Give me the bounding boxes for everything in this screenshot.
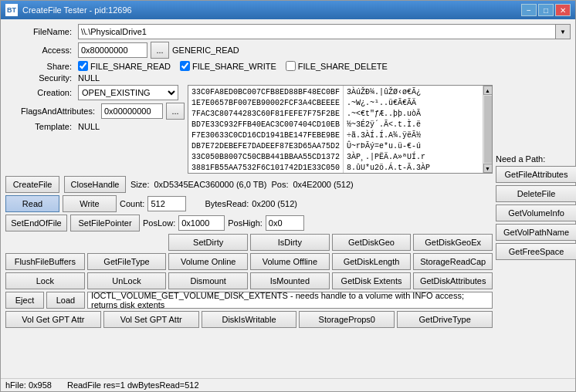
left-area: Creation: OPEN_EXISTING FlagsAndAttribut…: [5, 85, 493, 375]
getdiskattributes-button[interactable]: GetDiskAttributes: [413, 272, 493, 289]
getvolumeinfo-button[interactable]: GetVolumeInfo: [496, 204, 576, 221]
read-write-row: Read Write Count: BytesRead: 0x200 (512): [5, 195, 493, 212]
getfileattributes-button[interactable]: GetFileAttributes: [496, 166, 576, 183]
count-input[interactable]: [147, 196, 186, 211]
scroll-up-btn[interactable]: ▲: [483, 86, 493, 95]
getdrivetype-button[interactable]: GetDriveType: [397, 311, 493, 328]
isdirty-button[interactable]: IsDirty: [250, 234, 330, 251]
getdiskgeoex-button[interactable]: GetDiskGeoEx: [413, 234, 493, 251]
write-button[interactable]: Write: [63, 195, 117, 212]
status-bar: hFile: 0x958 ReadFile res=1 dwBytesRead=…: [1, 378, 575, 391]
hex-ascii-1: 3ÀúŽÐ¼.|ûŽØ‹ø€Ã¿: [347, 87, 479, 98]
dismount-button[interactable]: Dismount: [168, 272, 248, 289]
share-label: Share:: [5, 62, 75, 71]
access-input[interactable]: [78, 42, 147, 58]
template-label: Template:: [5, 122, 75, 131]
creation-select[interactable]: OPEN_EXISTING: [78, 85, 178, 100]
ismounted-button[interactable]: IsMounted: [250, 272, 330, 289]
getdiskextents-button[interactable]: GetDisk Extents: [332, 272, 412, 289]
btn-grid-bottom: Vol Get GPT Attr Vol Set GPT Attr DiskIs…: [5, 311, 493, 328]
hex-ascii-4: ½~3É2ÿ´.Ã<.t.Ì.ë: [347, 120, 479, 130]
load-button[interactable]: Load: [46, 292, 85, 309]
security-label: Security:: [5, 73, 75, 83]
title-bar-left: BT CreateFile Tester - pid:12696: [5, 4, 132, 16]
getdisklength-button[interactable]: GetDiskLength: [332, 253, 412, 270]
setfilepointer-button[interactable]: SetFilePointer: [70, 215, 140, 231]
getdiskgeo-button[interactable]: GetDiskGeo: [332, 234, 412, 251]
poshigh-input[interactable]: [266, 215, 304, 231]
flags-input[interactable]: [101, 103, 163, 119]
minimize-button[interactable]: −: [521, 4, 537, 16]
deletefile-button[interactable]: DeleteFile: [496, 185, 576, 202]
poshigh-label: PosHigh:: [228, 218, 263, 228]
closehandle-button[interactable]: CloseHandle: [64, 176, 126, 193]
hex-ascii-6: Û~rÞÃý=e*u.ü-€-ú: [347, 141, 479, 152]
filename-input[interactable]: [78, 24, 555, 39]
maximize-button[interactable]: □: [538, 4, 554, 16]
getvolpathname-button[interactable]: GetVolPathName: [496, 224, 576, 241]
hex-left: 33C0FA8ED0BC007CFB8ED88BF48EC0BF 1E7E065…: [188, 86, 344, 173]
window-title: CreateFile Tester - pid:12696: [22, 5, 132, 15]
eject-button[interactable]: Eject: [5, 292, 44, 309]
app-icon: BT: [5, 4, 18, 16]
hex-scrollbar[interactable]: ▲ ▼: [483, 86, 492, 173]
creation-row: Creation: OPEN_EXISTING: [5, 85, 185, 100]
volumeoffline-button[interactable]: Volume Offline: [250, 253, 330, 270]
pos-value: 0x4E2000 (512): [293, 180, 353, 189]
storagepropso-button[interactable]: StorageProps0: [299, 311, 395, 328]
hex-ascii-8: 8.ûU*u2ö.Á.t-Ã.3ÀP: [347, 163, 479, 173]
read-button[interactable]: Read: [5, 195, 59, 212]
flags-extra-button[interactable]: ...: [166, 103, 185, 120]
access-label: Access:: [5, 46, 75, 55]
getfiletype-button[interactable]: GetFileType: [87, 253, 167, 270]
volgetgptattr-button[interactable]: Vol Get GPT Attr: [5, 311, 101, 328]
access-extra-button[interactable]: ...: [151, 42, 169, 59]
scroll-down-btn[interactable]: ▼: [483, 164, 493, 173]
creation-label: Creation:: [5, 88, 75, 97]
hex-display: 33C0FA8ED0BC007CFB8ED88BF48EC0BF 1E7E065…: [188, 85, 493, 174]
hex-line-5: F7E30633C0CD16CD1941BE147FEBE9BE: [191, 130, 340, 141]
count-label: Count:: [120, 199, 144, 208]
template-value: NULL: [78, 122, 100, 131]
btn-grid-row1: SetDirty IsDirty GetDiskGeo GetDiskGeoEx: [5, 234, 493, 251]
btn-grid-row3: Lock UnLock Dismount IsMounted GetDisk E…: [5, 272, 493, 289]
lock-button[interactable]: Lock: [5, 272, 85, 289]
share-row: Share: FILE_SHARE_READ FILE_SHARE_WRITE …: [5, 61, 571, 71]
setdirty-button[interactable]: SetDirty: [168, 234, 248, 251]
createfile-button[interactable]: CreateFile: [5, 176, 59, 193]
close-button[interactable]: ✕: [555, 4, 571, 16]
share-checkboxes: FILE_SHARE_READ FILE_SHARE_WRITE FILE_SH…: [78, 61, 388, 71]
content-area: FileName: ▼ Access: ... GENERIC_READ Sha…: [1, 19, 575, 378]
template-row: Template: NULL: [5, 122, 185, 131]
storagereadcap-button[interactable]: StorageReadCap: [413, 253, 493, 270]
getfreespace-button[interactable]: GetFreeSpace: [496, 243, 576, 260]
filename-dropdown-arrow[interactable]: ▼: [555, 24, 571, 39]
diskiswritable-button[interactable]: DiskIsWritable: [202, 311, 297, 328]
share-delete-checkbox[interactable]: [286, 61, 296, 71]
access-row: Access: ... GENERIC_READ: [5, 42, 571, 59]
status-hfile: hFile: 0x958: [5, 380, 52, 390]
tooltip-bar: IOCTL_VOLUME_GET_VOLUME_DISK_EXTENTS - n…: [87, 292, 493, 309]
flags-row: FlagsAndAttributes: ...: [5, 103, 185, 120]
share-read-checkbox[interactable]: [78, 61, 88, 71]
bytes-label: BytesRead:: [205, 199, 249, 208]
main-window: BT CreateFile Tester - pid:12696 − □ ✕ F…: [0, 0, 576, 392]
btn-grid-row2: FlushFileBuffers GetFileType Volume Onli…: [5, 253, 493, 270]
volumeonline-button[interactable]: Volume Online: [168, 253, 248, 270]
unlock-button[interactable]: UnLock: [87, 272, 167, 289]
bytes-value: 0x200 (512): [252, 199, 297, 208]
access-name: GENERIC_READ: [172, 46, 239, 55]
poslow-input[interactable]: [178, 215, 225, 231]
filename-combo: ▼: [78, 24, 571, 39]
security-value: NULL: [78, 73, 100, 83]
flushfilebuffers-button[interactable]: FlushFileBuffers: [5, 253, 85, 270]
setendoffile-button[interactable]: SetEndOfFile: [5, 215, 67, 231]
pos-label: Pos:: [271, 180, 288, 189]
hex-ascii-2: .~W¿.~¹..ü€Ã€ÃÄ: [347, 98, 479, 109]
volsetgptattr-button[interactable]: Vol Set GPT Attr: [103, 311, 199, 328]
hex-line-4: BD7E33C932FFB40EAC3C007404CD10EB: [191, 120, 340, 130]
size-value: 0xD5345EAC360000 (6,0 TB): [154, 180, 266, 189]
title-bar: BT CreateFile Tester - pid:12696 − □ ✕: [1, 1, 575, 19]
share-write-checkbox[interactable]: [180, 61, 190, 71]
scroll-thumb[interactable]: [484, 96, 492, 163]
